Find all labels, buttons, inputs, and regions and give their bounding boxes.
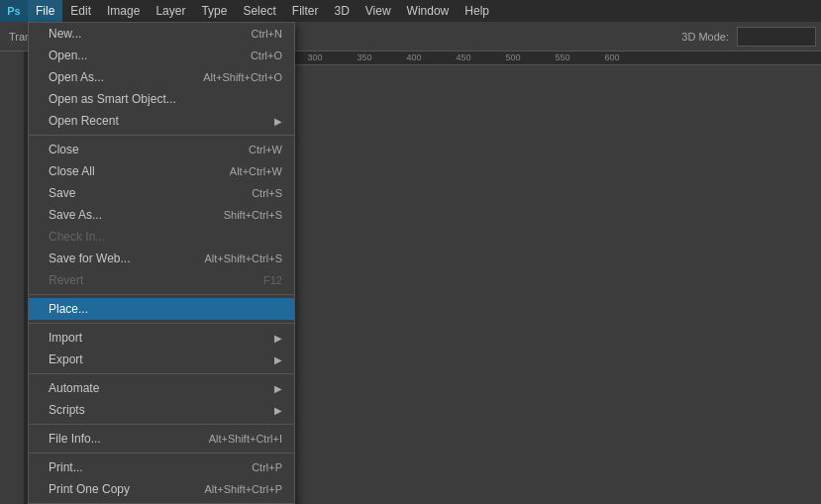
menu-type[interactable]: Type xyxy=(193,0,235,22)
ruler-tick-600: 600 xyxy=(604,52,619,62)
menu-save-web[interactable]: Save for Web... Alt+Shift+Ctrl+S xyxy=(29,248,294,269)
menu-close-all[interactable]: Close All Alt+Ctrl+W xyxy=(29,160,294,182)
sep-2 xyxy=(29,294,294,295)
menu-close[interactable]: Close Ctrl+W xyxy=(29,139,294,160)
ps-logo: Ps xyxy=(0,0,28,22)
menubar: Ps File Edit Image Layer Type Select Fil… xyxy=(0,0,821,22)
menu-file[interactable]: File xyxy=(28,0,62,22)
menu-print-one-copy[interactable]: Print One Copy Alt+Shift+Ctrl+P xyxy=(29,478,294,500)
menu-open[interactable]: Open... Ctrl+O xyxy=(29,45,294,66)
file-dropdown-menu: New... Ctrl+N Open... Ctrl+O Open As... … xyxy=(28,22,295,504)
menu-export[interactable]: Export ▶ xyxy=(29,349,294,370)
menu-select[interactable]: Select xyxy=(235,0,283,22)
ruler-tick-550: 550 xyxy=(555,52,569,62)
sep-6 xyxy=(29,453,294,454)
ruler-tick-450: 450 xyxy=(456,52,470,62)
menu-automate[interactable]: Automate ▶ xyxy=(29,377,294,399)
menu-save[interactable]: Save Ctrl+S xyxy=(29,182,294,204)
menu-view[interactable]: View xyxy=(358,0,399,22)
menu-open-smart-object[interactable]: Open as Smart Object... xyxy=(29,88,294,110)
menu-check-in: Check In... xyxy=(29,226,294,248)
menu-scripts[interactable]: Scripts ▶ xyxy=(29,399,294,421)
menu-open-recent[interactable]: Open Recent ▶ xyxy=(29,110,294,132)
menu-window[interactable]: Window xyxy=(399,0,458,22)
menu-new[interactable]: New... Ctrl+N xyxy=(29,23,294,45)
menu-image[interactable]: Image xyxy=(99,0,148,22)
menu-edit[interactable]: Edit xyxy=(62,0,99,22)
menu-save-as[interactable]: Save As... Shift+Ctrl+S xyxy=(29,204,294,226)
sep-3 xyxy=(29,323,294,324)
menu-import[interactable]: Import ▶ xyxy=(29,327,294,349)
sep-1 xyxy=(29,135,294,136)
sep-4 xyxy=(29,373,294,374)
menu-3d[interactable]: 3D xyxy=(326,0,357,22)
menu-file-info[interactable]: File Info... Alt+Shift+Ctrl+I xyxy=(29,428,294,450)
menu-revert: Revert F12 xyxy=(29,269,294,291)
menu-place[interactable]: Place... xyxy=(29,298,294,320)
menu-help[interactable]: Help xyxy=(457,0,497,22)
ruler-tick-350: 350 xyxy=(357,52,371,62)
sep-5 xyxy=(29,424,294,425)
3d-mode-selector[interactable] xyxy=(737,27,816,47)
ruler-tick-300: 300 xyxy=(307,52,322,62)
ruler-tick-400: 400 xyxy=(406,52,421,62)
menu-open-as[interactable]: Open As... Alt+Shift+Ctrl+O xyxy=(29,66,294,88)
menu-filter[interactable]: Filter xyxy=(284,0,327,22)
ruler-tick-500: 500 xyxy=(505,52,520,62)
menu-layer[interactable]: Layer xyxy=(148,0,193,22)
3d-mode-label: 3D Mode: xyxy=(677,31,733,43)
menu-print[interactable]: Print... Ctrl+P xyxy=(29,456,294,478)
